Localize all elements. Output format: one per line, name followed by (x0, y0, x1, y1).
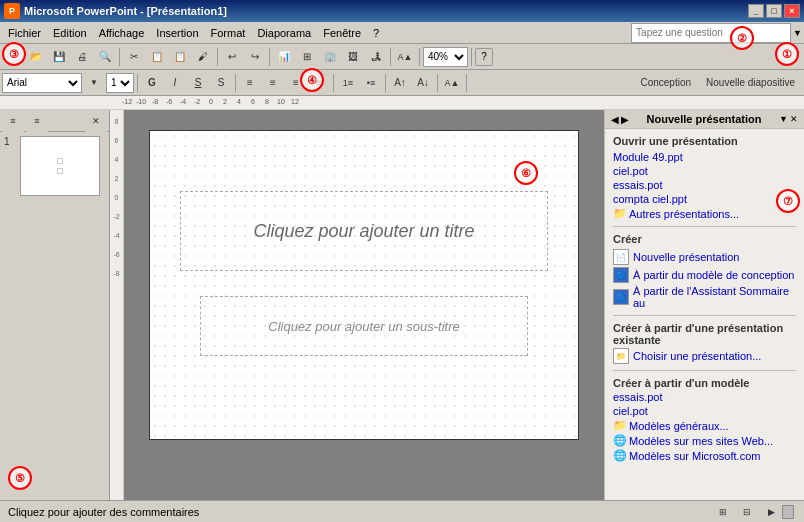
search-input[interactable] (631, 23, 791, 43)
sep11 (437, 74, 438, 92)
nouvelle-diapo-btn[interactable]: Nouvelle diapositive (699, 72, 802, 94)
panel-close-btn[interactable]: ✕ (85, 110, 107, 132)
outline-view-btn[interactable]: ≡ (26, 110, 48, 132)
insert-picture-btn[interactable]: 🏞 (365, 46, 387, 68)
sep12 (466, 74, 467, 92)
insert-table-btn[interactable]: ⊞ (296, 46, 318, 68)
numbering-btn[interactable]: 1≡ (337, 72, 359, 94)
menu-insertion[interactable]: Insertion (150, 25, 204, 41)
cut-btn[interactable]: ✂ (123, 46, 145, 68)
font-size-select[interactable]: 18 12 24 36 (106, 73, 134, 93)
font-dropdown-btn[interactable]: ▼ (83, 72, 105, 94)
divider-2 (613, 315, 796, 316)
create-from-template-btn[interactable]: 🔵 À partir du modèle de conception (613, 267, 796, 283)
scrollbar[interactable] (782, 505, 794, 519)
slideshow-btn[interactable]: ▶ (760, 501, 782, 523)
close-btn[interactable]: × (784, 4, 800, 18)
slide-preview-1[interactable] (20, 136, 100, 196)
web-templates-link[interactable]: 🌐 Modèles sur mes sites Web... (613, 434, 796, 447)
file-link-2[interactable]: ciel.pot (613, 165, 796, 177)
minimize-btn[interactable]: _ (748, 4, 764, 18)
slide-number: 1 (4, 136, 16, 196)
ms-templates-link[interactable]: 🌐 Modèles sur Microsoft.com (613, 449, 796, 462)
other-presentations-link[interactable]: 📁 Autres présentations... (613, 207, 796, 220)
bold-btn[interactable]: G (141, 72, 163, 94)
menu-edition[interactable]: Edition (47, 25, 93, 41)
sep8 (235, 74, 236, 92)
file-link-4[interactable]: compta ciel.ppt (613, 193, 796, 205)
file-link-3[interactable]: essais.pot (613, 179, 796, 191)
conception-btn[interactable]: Conception (633, 72, 698, 94)
wizard-icon: 🔵 (613, 289, 629, 305)
font-color-btn[interactable]: A▲ (441, 72, 463, 94)
right-panel: ◀ ▶ Nouvelle présentation ▼ ✕ ⑦ Ouvrir u… (604, 110, 804, 500)
panel-dropdown-btn[interactable]: ▼ (779, 114, 788, 124)
align-right-btn[interactable]: ≡ (285, 72, 307, 94)
insert-clip-btn[interactable]: 🖼 (342, 46, 364, 68)
sep4 (390, 48, 391, 66)
format-painter-btn[interactable]: 🖌 (192, 46, 214, 68)
print-btn[interactable]: 🖨 (71, 46, 93, 68)
panel-close-icon[interactable]: ✕ (790, 114, 798, 124)
right-panel-header: ◀ ▶ Nouvelle présentation ▼ ✕ (605, 110, 804, 129)
normal-view-btn[interactable]: ⊞ (712, 501, 734, 523)
menu-affichage[interactable]: Affichage (93, 25, 151, 41)
status-text: Cliquez pour ajouter des commentaires (8, 506, 712, 518)
ruler-horizontal: -12 -10 -8 -6 -4 -2 0 2 4 6 8 10 12 (0, 96, 804, 110)
underline-btn[interactable]: S (187, 72, 209, 94)
create-from-wizard-btn[interactable]: 🔵 À partir de l'Assistant Sommaire au (613, 285, 796, 309)
zoom-select[interactable]: 40% 50% 75% 100% (423, 47, 468, 67)
menu-fichier[interactable]: Fichier (2, 25, 47, 41)
undo-btn[interactable]: ↩ (221, 46, 243, 68)
create-new-btn[interactable]: 📄 Nouvelle présentation (613, 249, 796, 265)
save-btn[interactable]: 💾 (48, 46, 70, 68)
new-btn[interactable]: 📄 (2, 46, 24, 68)
template-file-1[interactable]: essais.pot (613, 391, 796, 403)
search-area: ▼ (631, 23, 802, 43)
menu-help[interactable]: ? (367, 25, 385, 41)
preview-btn[interactable]: 🔍 (94, 46, 116, 68)
font-select[interactable]: Arial Times New Roman (2, 73, 82, 93)
slide-subtitle-placeholder[interactable]: Cliquez pour ajouter un sous-titre (200, 296, 528, 356)
justify-btn[interactable]: ≡ (308, 72, 330, 94)
copy-btn[interactable]: 📋 (146, 46, 168, 68)
toolbar-formatting: Arial Times New Roman ▼ 18 12 24 36 G I … (0, 70, 804, 96)
insert-org-btn[interactable]: 🏢 (319, 46, 341, 68)
general-templates-link[interactable]: 📁 Modèles généraux... (613, 419, 796, 432)
paste-btn[interactable]: 📋 (169, 46, 191, 68)
help-btn[interactable]: ? (475, 48, 493, 66)
text-color-btn[interactable]: A▲ (394, 46, 416, 68)
menu-diaporama[interactable]: Diaporama (251, 25, 317, 41)
template-file-2[interactable]: ciel.pot (613, 405, 796, 417)
redo-btn[interactable]: ↪ (244, 46, 266, 68)
increase-font-btn[interactable]: A↑ (389, 72, 411, 94)
align-center-btn[interactable]: ≡ (262, 72, 284, 94)
sep6 (471, 48, 472, 66)
nav-forward-btn[interactable]: ▶ (621, 114, 629, 125)
sep5 (419, 48, 420, 66)
section-createfrom-title: Créer à partir d'une présentation exista… (613, 322, 796, 346)
italic-btn[interactable]: I (164, 72, 186, 94)
search-dropdown[interactable]: ▼ (793, 28, 802, 38)
shadow-btn[interactable]: S (210, 72, 232, 94)
templates-icon: 📁 (613, 419, 627, 432)
slide-thumb-1[interactable]: 1 (4, 136, 105, 196)
slide-title-placeholder[interactable]: Cliquez pour ajouter un titre (180, 191, 548, 271)
file-link-1[interactable]: Module 49.ppt (613, 151, 796, 163)
slide-canvas[interactable]: Cliquez pour ajouter un titre Cliquez po… (149, 130, 579, 440)
choose-presentation-btn[interactable]: 📁 Choisir une présentation... (613, 348, 796, 364)
menu-fenetre[interactable]: Fenêtre (317, 25, 367, 41)
slide-subtitle-text: Cliquez pour ajouter un sous-titre (268, 319, 460, 334)
decrease-font-btn[interactable]: A↓ (412, 72, 434, 94)
app-title: Microsoft PowerPoint - [Présentation1] (24, 5, 227, 17)
maximize-btn[interactable]: □ (766, 4, 782, 18)
nav-back-btn[interactable]: ◀ (611, 114, 619, 125)
slidesorter-btn[interactable]: ⊟ (736, 501, 758, 523)
window-controls[interactable]: _ □ × (748, 4, 800, 18)
align-left-btn[interactable]: ≡ (239, 72, 261, 94)
open-btn[interactable]: 📂 (25, 46, 47, 68)
bullets-btn[interactable]: •≡ (360, 72, 382, 94)
menu-format[interactable]: Format (205, 25, 252, 41)
slides-view-btn[interactable]: ≡ (2, 110, 24, 132)
insert-chart-btn[interactable]: 📊 (273, 46, 295, 68)
